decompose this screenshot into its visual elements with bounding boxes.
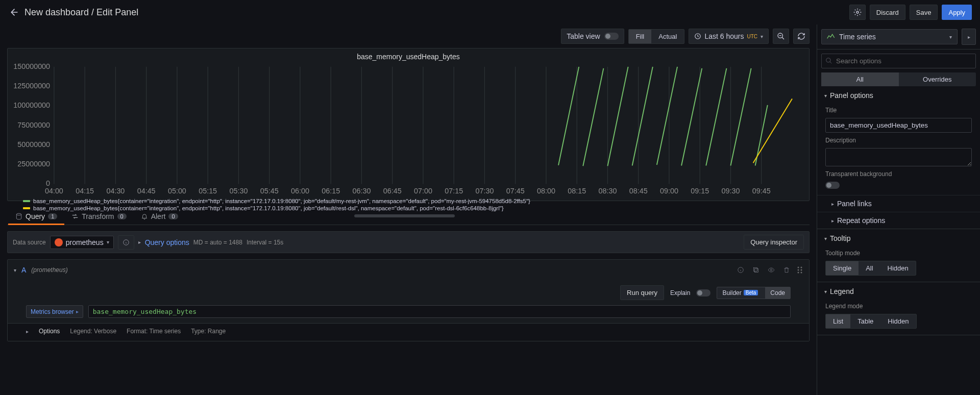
tab-query[interactable]: Query 1 bbox=[8, 207, 64, 225]
query-inspector-button[interactable]: Query inspector bbox=[744, 235, 804, 250]
chevron-right-icon: ▸ bbox=[968, 34, 970, 40]
run-query-button[interactable]: Run query bbox=[620, 285, 664, 300]
query-options-link[interactable]: Query options bbox=[145, 238, 189, 246]
copy-icon bbox=[752, 266, 760, 274]
table-view-toggle[interactable]: Table view bbox=[561, 29, 624, 44]
chevron-right-icon: ▸ bbox=[831, 218, 834, 224]
builder-code-toggle: Builder Beta Code bbox=[717, 287, 791, 299]
panel-description-input[interactable] bbox=[825, 148, 972, 166]
transparent-toggle[interactable] bbox=[825, 182, 840, 189]
datasource-select[interactable]: prometheus ▾ bbox=[50, 236, 114, 249]
prometheus-icon bbox=[55, 238, 63, 246]
fill-button[interactable]: Fill bbox=[629, 30, 652, 43]
overrides-tab[interactable]: Overrides bbox=[899, 72, 976, 86]
bell-icon bbox=[141, 213, 148, 220]
tooltip-mode-toggle: Single All Hidden bbox=[825, 261, 916, 276]
timeseries-icon bbox=[827, 33, 835, 40]
svg-text:09:30: 09:30 bbox=[721, 187, 740, 195]
code-button[interactable]: Code bbox=[765, 287, 790, 299]
svg-text:25000000: 25000000 bbox=[17, 160, 50, 168]
duplicate-query-button[interactable] bbox=[751, 265, 761, 275]
delete-query-button[interactable] bbox=[781, 265, 792, 275]
table-view-label: Table view bbox=[567, 32, 600, 40]
tooltip-single[interactable]: Single bbox=[826, 261, 859, 275]
visualization-picker[interactable]: Time series ▾ bbox=[821, 29, 958, 44]
chevron-right-icon: ▸ bbox=[76, 309, 79, 314]
beta-badge: Beta bbox=[744, 290, 758, 295]
refresh-button[interactable] bbox=[793, 29, 810, 44]
svg-text:04:45: 04:45 bbox=[137, 187, 156, 195]
viz-expand-button[interactable]: ▸ bbox=[962, 29, 976, 45]
drag-handle[interactable] bbox=[797, 266, 803, 274]
svg-text:100000000: 100000000 bbox=[13, 101, 50, 109]
builder-button[interactable]: Builder Beta bbox=[717, 287, 763, 299]
explain-toggle[interactable] bbox=[696, 289, 710, 297]
svg-text:07:45: 07:45 bbox=[506, 187, 525, 195]
chart-plot[interactable]: 04:0004:1504:3004:4505:0005:1505:3005:45… bbox=[13, 63, 799, 196]
legend-item[interactable]: base_memory_usedHeap_bytes{container="in… bbox=[23, 198, 794, 204]
chevron-right-icon: ▸ bbox=[138, 239, 141, 245]
section-legend[interactable]: ▾ Legend bbox=[817, 282, 980, 301]
chevron-down-icon[interactable]: ▾ bbox=[14, 267, 16, 273]
title-label: Title bbox=[825, 107, 972, 114]
svg-text:08:30: 08:30 bbox=[598, 187, 617, 195]
zoom-out-button[interactable] bbox=[773, 29, 789, 44]
discard-button[interactable]: Discard bbox=[870, 5, 905, 20]
time-range-label: Last 6 hours bbox=[704, 32, 744, 40]
trash-icon bbox=[783, 266, 790, 274]
datasource-help-button[interactable] bbox=[118, 235, 134, 250]
tab-alert[interactable]: Alert 0 bbox=[134, 207, 185, 225]
svg-text:04:15: 04:15 bbox=[76, 187, 94, 195]
section-tooltip[interactable]: ▾ Tooltip bbox=[817, 229, 980, 248]
panel-settings-button[interactable] bbox=[849, 5, 866, 20]
svg-rect-62 bbox=[753, 267, 757, 271]
svg-point-0 bbox=[856, 11, 859, 13]
toggle-switch bbox=[604, 33, 619, 40]
svg-text:07:30: 07:30 bbox=[475, 187, 494, 195]
actual-button[interactable]: Actual bbox=[651, 30, 684, 43]
fill-actual-toggle: Fill Actual bbox=[628, 29, 685, 44]
apply-button[interactable]: Apply bbox=[942, 5, 972, 20]
svg-text:08:00: 08:00 bbox=[537, 187, 555, 195]
section-panel-links[interactable]: ▸ Panel links bbox=[817, 195, 980, 212]
query-letter: A bbox=[21, 266, 26, 274]
tab-transform[interactable]: Transform 0 bbox=[64, 207, 133, 225]
chevron-down-icon: ▾ bbox=[761, 34, 763, 39]
legend-hidden[interactable]: Hidden bbox=[880, 314, 916, 328]
description-label: Description bbox=[825, 137, 972, 144]
legend-mode-label: Legend mode bbox=[825, 303, 972, 310]
save-button[interactable]: Save bbox=[910, 5, 938, 20]
tooltip-mode-label: Tooltip mode bbox=[825, 250, 972, 257]
svg-text:08:45: 08:45 bbox=[629, 187, 648, 195]
toggle-query-visibility-button[interactable] bbox=[766, 265, 776, 275]
chevron-down-icon: ▾ bbox=[824, 289, 827, 294]
options-toggle[interactable]: Options bbox=[39, 328, 60, 335]
search-options-input[interactable] bbox=[821, 54, 976, 68]
svg-text:05:15: 05:15 bbox=[199, 187, 217, 195]
metrics-browser-button[interactable]: Metrics browser ▸ bbox=[26, 305, 83, 318]
query-help-button[interactable] bbox=[736, 265, 746, 275]
tab-label: Alert bbox=[151, 212, 166, 220]
type-option: Type: Range bbox=[191, 328, 226, 335]
time-range-picker[interactable]: Last 6 hours UTC ▾ bbox=[689, 29, 769, 44]
panel-title-input[interactable] bbox=[825, 118, 972, 133]
back-button[interactable] bbox=[8, 6, 20, 18]
chart-panel: base_memory_usedHeap_bytes 04:0004:1504:… bbox=[7, 48, 810, 201]
tooltip-hidden[interactable]: Hidden bbox=[880, 261, 916, 275]
all-tab[interactable]: All bbox=[821, 72, 899, 86]
promql-input[interactable]: base_memory_usedHeap_bytes bbox=[88, 305, 791, 318]
chevron-right-icon[interactable]: ▸ bbox=[26, 329, 29, 334]
explain-label: Explain bbox=[670, 289, 690, 297]
legend-label: base_memory_usedHeap_bytes{container="in… bbox=[33, 198, 530, 204]
svg-text:08:15: 08:15 bbox=[568, 187, 586, 195]
zoom-out-icon bbox=[777, 32, 785, 40]
tooltip-all[interactable]: All bbox=[859, 261, 880, 275]
tab-label: Query bbox=[26, 212, 45, 220]
section-repeat-options[interactable]: ▸ Repeat options bbox=[817, 212, 980, 229]
legend-list[interactable]: List bbox=[826, 314, 850, 328]
section-panel-options[interactable]: ▾ Panel options bbox=[817, 86, 980, 105]
svg-text:09:45: 09:45 bbox=[752, 187, 771, 195]
arrow-left-icon bbox=[9, 7, 19, 17]
svg-point-70 bbox=[826, 58, 830, 62]
legend-table[interactable]: Table bbox=[850, 314, 880, 328]
